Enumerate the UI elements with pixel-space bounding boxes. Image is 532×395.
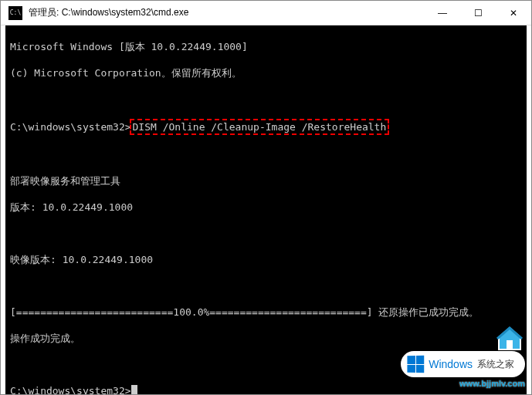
progress-line: [==========================100.0%=======… bbox=[10, 306, 522, 319]
cursor bbox=[131, 385, 137, 395]
window-title: 管理员: C:\windows\system32\cmd.exe bbox=[29, 6, 425, 19]
close-button[interactable]: ✕ bbox=[496, 1, 531, 25]
output-line: 部署映像服务和管理工具 bbox=[10, 174, 522, 187]
highlighted-command: DISM /Online /Cleanup-Image /RestoreHeal… bbox=[130, 119, 390, 135]
titlebar[interactable]: C:\ 管理员: C:\windows\system32\cmd.exe — ☐… bbox=[1, 1, 531, 25]
cmd-icon: C:\ bbox=[8, 6, 22, 20]
prompt-line: C:\windows\system32>DISM /Online /Cleanu… bbox=[10, 119, 522, 135]
window-controls: — ☐ ✕ bbox=[425, 1, 531, 25]
house-icon bbox=[494, 323, 525, 354]
output-line: 映像版本: 10.0.22449.1000 bbox=[10, 253, 522, 266]
maximize-button[interactable]: ☐ bbox=[460, 1, 496, 25]
watermark-brand: Windows bbox=[429, 358, 473, 370]
output-line: (c) Microsoft Corporation。保留所有权利。 bbox=[10, 66, 522, 79]
watermark-sub: 系统之家 bbox=[477, 358, 514, 371]
minimize-button[interactable]: — bbox=[425, 1, 460, 25]
watermark-badge: Windows 系统之家 bbox=[401, 351, 525, 377]
watermark: Windows 系统之家 www.bjjmlv.com bbox=[401, 323, 525, 388]
output-line: 版本: 10.0.22449.1000 bbox=[10, 201, 522, 214]
svg-rect-0 bbox=[507, 340, 513, 349]
watermark-url: www.bjjmlv.com bbox=[459, 379, 525, 388]
windows-logo-icon bbox=[408, 356, 425, 373]
output-line: Microsoft Windows [版本 10.0.22449.1000] bbox=[10, 40, 522, 53]
